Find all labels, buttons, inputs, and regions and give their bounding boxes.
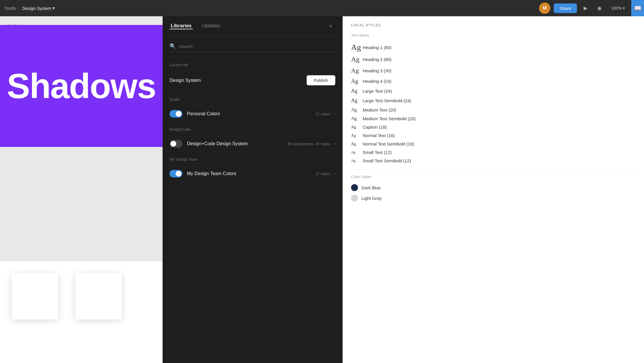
toggle-knob xyxy=(170,141,176,147)
my-design-team-toggle[interactable] xyxy=(170,170,182,177)
publish-button[interactable]: Publish xyxy=(307,75,335,85)
designcode-system-item[interactable]: Design+Code Design System 98 components,… xyxy=(170,136,335,151)
eye-icon: ◉ xyxy=(597,5,602,11)
current-file-label: Current file xyxy=(170,63,335,67)
zoom-dropdown-icon: ▾ xyxy=(623,6,625,10)
search-box[interactable]: 🔍 xyxy=(170,41,335,52)
modal-overlay: Libraries Updates × 🔍 Current file Desig… xyxy=(0,16,644,363)
chevron-right-icon: › xyxy=(334,171,335,176)
breadcrumb-separator: / xyxy=(19,6,20,11)
search-input[interactable] xyxy=(179,44,335,49)
designcode-toggle[interactable] xyxy=(170,140,182,148)
designcode-meta: 98 components, 49 styles xyxy=(287,142,330,146)
view-button[interactable]: ◉ xyxy=(594,3,605,13)
personal-colors-name: Personal Colors xyxy=(187,111,315,116)
current-file-section: Current file Design System Publish xyxy=(163,57,342,91)
drafts-label: Drafts xyxy=(170,97,335,102)
search-section: 🔍 xyxy=(163,36,342,57)
chevron-right-icon: › xyxy=(334,141,335,146)
tab-libraries[interactable]: Libraries xyxy=(170,23,193,29)
toggle-knob xyxy=(176,171,181,177)
dropdown-icon: ▾ xyxy=(53,6,55,11)
design-system-name: Design System xyxy=(170,78,307,83)
my-design-team-label: My Design Team xyxy=(170,157,335,161)
designcode-section: DesignCode Design+Code Design System 98 … xyxy=(163,121,342,151)
modal-body: Current file Design System Publish Draft… xyxy=(163,57,342,363)
modal-close-button[interactable]: × xyxy=(326,21,335,31)
drafts-section: Drafts Personal Colors 17 styles › xyxy=(163,91,342,121)
drafts-link[interactable]: Drafts xyxy=(5,6,16,11)
personal-colors-toggle[interactable] xyxy=(170,110,182,118)
share-button[interactable]: Share xyxy=(554,3,577,13)
my-design-team-meta: 17 styles xyxy=(315,172,330,176)
toggle-knob xyxy=(176,111,181,117)
zoom-control[interactable]: 100% ▾ xyxy=(608,4,628,12)
libraries-modal: Libraries Updates × 🔍 Current file Desig… xyxy=(163,16,343,363)
publish-row: Design System Publish xyxy=(170,72,335,91)
play-button[interactable]: ▶ xyxy=(580,3,591,13)
breadcrumb: Drafts / Design System ▾ xyxy=(5,6,55,11)
play-icon: ▶ xyxy=(584,5,588,11)
my-design-team-item[interactable]: My Design Team Colors 17 styles › xyxy=(170,166,335,181)
search-icon: 🔍 xyxy=(170,43,176,49)
personal-colors-item[interactable]: Personal Colors 17 styles › xyxy=(170,106,335,121)
my-design-team-name: My Design Team Colors xyxy=(187,171,315,176)
book-button[interactable]: 📖 xyxy=(631,0,644,16)
my-design-team-section: My Design Team My Design Team Colors 17 … xyxy=(163,151,342,181)
personal-colors-meta: 17 styles xyxy=(315,112,330,116)
designcode-label: DesignCode xyxy=(170,127,335,132)
modal-header: Libraries Updates × xyxy=(163,16,342,36)
file-name[interactable]: Design System ▾ xyxy=(22,6,55,11)
topbar-actions: M Share ▶ ◉ 100% ▾ 📖 xyxy=(539,0,639,16)
designcode-system-name: Design+Code Design System xyxy=(187,141,287,146)
avatar[interactable]: M xyxy=(539,3,550,14)
book-icon: 📖 xyxy=(634,5,641,12)
tab-updates[interactable]: Updates xyxy=(201,23,222,29)
chevron-right-icon: › xyxy=(334,111,335,116)
topbar: Drafts / Design System ▾ M Share ▶ ◉ 100… xyxy=(0,0,644,16)
